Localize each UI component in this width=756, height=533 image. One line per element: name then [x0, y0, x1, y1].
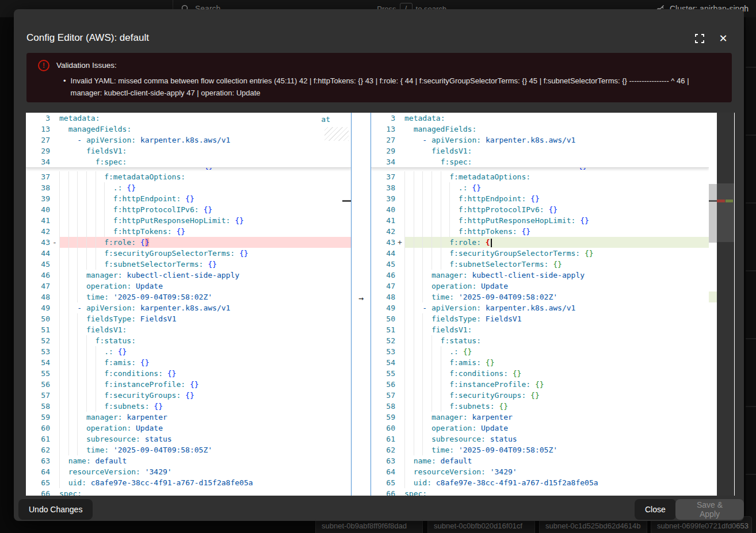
code-line: 65uid: c8afe97e-38cc-4f91-a767-d15f2a8fe…: [371, 477, 709, 488]
code-line: 57f:securityGroups: {}: [26, 390, 351, 401]
code-line: 64resourceVersion: '3429': [26, 466, 351, 477]
code-line: 61subresource: status: [371, 434, 709, 444]
background-table-rows: [746, 0, 756, 533]
validation-banner-title: Validation Issues:: [56, 61, 117, 70]
code-line: 37f:metadataOptions:: [26, 171, 351, 182]
code-line: 39f:httpEndpoint: {}: [371, 193, 709, 204]
code-line: 3metadata:: [26, 113, 351, 124]
validation-message: Invalid YAML: missed comma between flow …: [63, 75, 723, 99]
code-line: 66spec:: [371, 488, 709, 496]
code-line: 51fieldsV1:: [26, 324, 351, 335]
code-line: 60operation: Update: [26, 423, 351, 434]
code-line: 61subresource: status: [26, 434, 351, 444]
save-apply-button[interactable]: Save & Apply: [675, 499, 744, 520]
code-line: 27 - apiVersion: karpenter.k8s.aws/v1: [26, 135, 351, 145]
clipped-line-artifact: {}: [26, 168, 351, 171]
code-line: 65uid: c8afe97e-38cc-4f91-a767-d15f2a8fe…: [26, 477, 351, 488]
code-line: 3metadata:: [371, 113, 709, 124]
code-line: 60operation: Update: [371, 423, 709, 434]
clipped-line-artifact: {}: [371, 168, 709, 171]
code-line: 52f:status:: [26, 335, 351, 346]
code-line: 38.: {}: [26, 182, 351, 193]
scrollbar-change-mark: [709, 200, 717, 202]
code-line: 50fieldsType: FieldsV1: [371, 313, 709, 324]
sticky-scroll-right: 3metadata:13 managedFields:27 - apiVersi…: [371, 113, 709, 168]
revert-change-arrow-icon[interactable]: →: [352, 293, 371, 304]
sticky-scroll-left: 3metadata:13 managedFields:27 - apiVersi…: [26, 113, 351, 168]
code-line: 50fieldsType: FieldsV1: [26, 313, 351, 324]
code-line: 53.: {}: [371, 346, 709, 357]
code-line: 43+f:role: {: [371, 237, 709, 248]
editor-scrollbar: [709, 113, 717, 496]
code-line: 39f:httpEndpoint: {}: [26, 193, 351, 204]
yaml-diff-editor: 3metadata:13 managedFields:27 - apiVersi…: [26, 113, 735, 496]
code-line: 57f:securityGroups: {}: [371, 390, 709, 401]
code-line: 45f:subnetSelectorTerms: {}: [26, 259, 351, 270]
close-icon[interactable]: ✕: [717, 32, 730, 45]
code-line: 27 - apiVersion: karpenter.k8s.aws/v1: [371, 135, 709, 145]
diff-hatch-pattern: [324, 127, 349, 141]
page-background: Search Press / to search Cluster: anirba…: [0, 0, 756, 533]
diff-modified-pane[interactable]: 3metadata:13 managedFields:27 - apiVersi…: [371, 113, 709, 496]
modal-title: Config Editor (AWS): default: [26, 32, 149, 44]
code-line: 37f:metadataOptions:: [371, 171, 709, 182]
code-line: 38.: {}: [371, 182, 709, 193]
overview-inserted-mark: [726, 200, 733, 202]
code-line: 34 f:spec:: [26, 156, 351, 167]
code-line: 49- apiVersion: karpenter.k8s.aws/v1: [371, 302, 709, 313]
code-line: 58f:subnets: {}: [371, 401, 709, 412]
code-line: 29 fieldsV1:: [371, 145, 709, 156]
code-line: 43-f:role: {}: [26, 237, 351, 248]
code-line: 47operation: Update: [371, 281, 709, 292]
code-line: 13 managedFields:: [26, 124, 351, 135]
undo-changes-button[interactable]: Undo Changes: [18, 499, 93, 520]
code-line: 41f:httpPutResponseHopLimit: {}: [26, 215, 351, 226]
code-line: 55f:conditions: {}: [371, 368, 709, 379]
code-line: 13 managedFields:: [371, 124, 709, 135]
code-line: 55f:conditions: {}: [26, 368, 351, 379]
code-line: 42f:httpTokens: {}: [26, 226, 351, 237]
code-lines-left: 37f:metadataOptions:38.: {}39f:httpEndpo…: [26, 171, 351, 496]
validation-banner: ! Validation Issues: Invalid YAML: misse…: [26, 53, 732, 102]
code-line: 66spec:: [26, 488, 351, 496]
overview-change-mark: [342, 200, 351, 202]
close-button[interactable]: Close: [635, 499, 676, 520]
code-line: 44f:securityGroupSelectorTerms: {}: [26, 248, 351, 259]
code-line: 53.: {}: [26, 346, 351, 357]
code-line: 56f:instanceProfile: {}: [26, 379, 351, 390]
code-line: 64resourceVersion: '3429': [371, 466, 709, 477]
code-lines-right: 37f:metadataOptions:38.: {}39f:httpEndpo…: [371, 171, 709, 496]
code-line: 51fieldsV1:: [371, 324, 709, 335]
inserted-row-extension: [709, 292, 717, 302]
overview-deleted-mark: [717, 200, 725, 202]
code-line: 47operation: Update: [26, 281, 351, 292]
code-line: 41f:httpPutResponseHopLimit: {}: [371, 215, 709, 226]
code-line: 56f:instanceProfile: {}: [371, 379, 709, 390]
code-line: 58f:subnets: {}: [26, 401, 351, 412]
code-line: 54f:amis: {}: [26, 357, 351, 368]
config-editor-modal: Config Editor (AWS): default ✕ ! Validat…: [14, 9, 744, 521]
fullscreen-icon[interactable]: [693, 32, 706, 45]
code-line: 29 fieldsV1:: [26, 145, 351, 156]
diff-overview-ruler: [717, 113, 734, 496]
diff-gutter-strip: →: [351, 113, 371, 496]
code-line: 48time: '2025-09-04T09:58:02Z': [371, 292, 709, 302]
code-line: 46manager: kubectl-client-side-apply: [26, 270, 351, 281]
code-line: 40f:httpProtocolIPv6: {}: [26, 204, 351, 215]
code-line: 34 f:spec:: [371, 156, 709, 167]
code-line: 59manager: karpenter: [26, 412, 351, 423]
diff-original-pane[interactable]: 3metadata:13 managedFields:27 - apiVersi…: [26, 113, 351, 496]
code-line: 48time: '2025-09-04T09:58:02Z': [26, 292, 351, 302]
code-line: 59manager: karpenter: [371, 412, 709, 423]
scrollbar-slider[interactable]: [709, 184, 717, 243]
code-line: 54f:amis: {}: [371, 357, 709, 368]
overview-slider[interactable]: [717, 183, 734, 242]
code-line: 42f:httpTokens: {}: [371, 226, 709, 237]
code-line: 49- apiVersion: karpenter.k8s.aws/v1: [26, 302, 351, 313]
code-line: 62time: '2025-09-04T09:58:05Z': [26, 444, 351, 455]
code-line: 63name: default: [371, 455, 709, 466]
code-line: 45f:subnetSelectorTerms: {}: [371, 259, 709, 270]
clipped-text-artifact: at: [321, 114, 330, 125]
code-line: 52f:status:: [371, 335, 709, 346]
code-line: 40f:httpProtocolIPv6: {}: [371, 204, 709, 215]
